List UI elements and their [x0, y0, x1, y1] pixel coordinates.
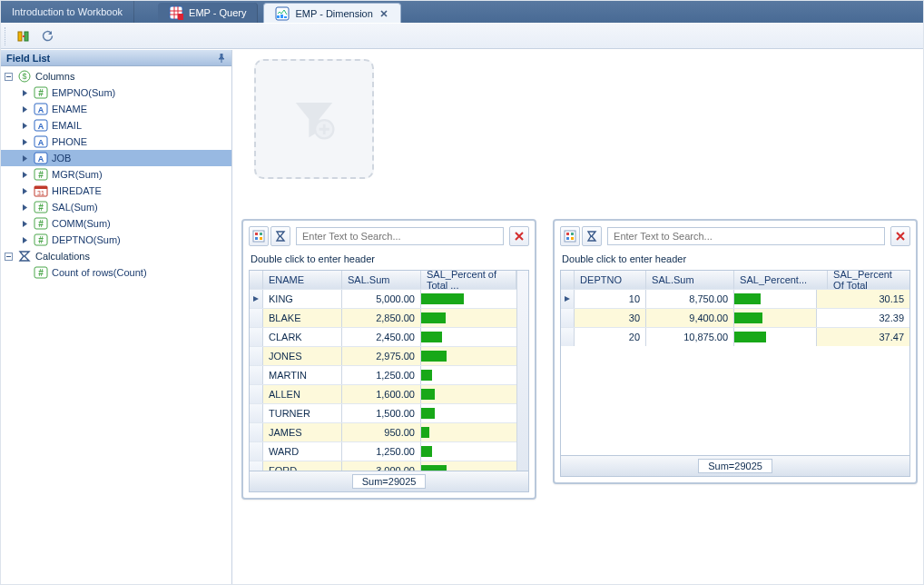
cell-bar	[421, 461, 516, 471]
expand-icon[interactable]	[21, 171, 30, 179]
card-sum-button[interactable]	[582, 226, 602, 246]
date-icon: 31	[34, 183, 48, 198]
rowhead-col	[561, 271, 575, 289]
field-hiredate[interactable]: 31HIREDATE	[1, 183, 231, 199]
cell-ename: MARTIN	[263, 366, 342, 384]
card-emp-header-hint[interactable]: Double click to enter header	[249, 246, 529, 270]
expand-icon[interactable]	[21, 105, 30, 114]
hash-icon: #	[34, 265, 48, 280]
svg-rect-7	[25, 32, 28, 41]
toolbar-grip	[5, 27, 8, 45]
text-icon: A	[34, 102, 48, 116]
cell-bar	[421, 442, 516, 461]
field-mgrsum[interactable]: #MGR(Sum)	[1, 166, 231, 183]
table-row[interactable]: 2010,875.0037.47	[561, 327, 909, 346]
row-indicator	[250, 385, 263, 403]
col-deptno[interactable]: DEPTNO	[575, 271, 646, 289]
table-row[interactable]: BLAKE2,850.00	[250, 308, 516, 327]
expand-icon[interactable]	[21, 187, 30, 195]
expand-icon[interactable]	[5, 253, 14, 261]
field-tree: $ Columns #EMPNO(Sum)AENAMEAEMAILAPHONEA…	[1, 66, 231, 584]
pin-icon[interactable]	[217, 54, 226, 63]
grid-dept-head: DEPTNO SAL.Sum SAL_Percent... SAL_Percen…	[561, 271, 909, 289]
svg-rect-42	[566, 233, 569, 235]
col-salpct[interactable]: SAL_Percent of Total ...	[421, 271, 516, 289]
field-empnosum[interactable]: #EMPNO(Sum)	[1, 84, 231, 101]
content-area: Double click to enter header ENAME SAL.S…	[232, 50, 923, 584]
expand-icon[interactable]	[21, 89, 30, 97]
col-ename[interactable]: ENAME	[263, 271, 342, 289]
table-row[interactable]: WARD1,250.00	[250, 441, 516, 461]
svg-text:A: A	[38, 105, 44, 114]
expand-icon[interactable]	[21, 154, 30, 163]
cell-pct-total: 30.15	[817, 290, 909, 308]
row-indicator	[250, 423, 263, 441]
filter-dropzone[interactable]	[254, 59, 374, 179]
app-root: Introduction to Workbook EMP - Query EMP…	[0, 0, 924, 585]
tab-emp-dimension[interactable]: EMP - Dimension	[263, 3, 400, 23]
field-phone[interactable]: APHONE	[1, 134, 231, 150]
table-row[interactable]: 309,400.0032.39	[561, 308, 909, 327]
col-salpct[interactable]: SAL_Percent...	[734, 271, 828, 289]
table-row[interactable]: FORD3,000.00	[250, 461, 516, 471]
card-dept-header-hint[interactable]: Double click to enter header	[560, 246, 910, 270]
table-row[interactable]: KING5,000.00	[250, 289, 516, 308]
tab-intro[interactable]: Introduction to Workbook	[1, 1, 134, 23]
col-salsum[interactable]: SAL.Sum	[646, 271, 734, 289]
card-config-button[interactable]	[560, 226, 580, 246]
table-row[interactable]: CLARK2,450.00	[250, 327, 516, 346]
cell-ename: KING	[263, 290, 342, 308]
cell-sal: 3,000.00	[342, 461, 421, 471]
dashboard-icon	[275, 6, 290, 21]
svg-rect-6	[18, 32, 22, 41]
expand-icon[interactable]	[5, 73, 14, 81]
grid-dept-footer: Sum=29025	[561, 455, 909, 476]
card-dept-search[interactable]	[607, 227, 885, 245]
field-label: DEPTNO(Sum)	[52, 234, 121, 245]
table-row[interactable]: MARTIN1,250.00	[250, 365, 516, 384]
columns-node[interactable]: $ Columns	[1, 68, 231, 84]
table-row[interactable]: JAMES950.00	[250, 422, 516, 441]
card-emp-search[interactable]	[296, 227, 504, 245]
card-dept-delete[interactable]	[890, 226, 910, 246]
table-row[interactable]: JONES2,975.00	[250, 346, 516, 365]
calc-countofrowscount[interactable]: ·#Count of rows(Count)	[1, 264, 231, 281]
scrollbar[interactable]	[516, 271, 528, 471]
close-tab-button[interactable]	[378, 8, 389, 19]
table-row[interactable]: 108,750.0030.15	[561, 289, 909, 308]
field-deptnosum[interactable]: #DEPTNO(Sum)	[1, 232, 231, 248]
field-email[interactable]: AEMAIL	[1, 117, 231, 134]
field-job[interactable]: AJOB	[1, 150, 231, 166]
refresh-button[interactable]	[37, 26, 57, 46]
hash-icon: #	[34, 85, 48, 100]
cell-bar	[421, 404, 516, 422]
tab-emp-query-label: EMP - Query	[189, 7, 246, 18]
cell-sal: 2,450.00	[342, 328, 421, 346]
field-salsum[interactable]: #SAL(Sum)	[1, 199, 231, 215]
card-sum-button[interactable]	[270, 226, 290, 246]
table-row[interactable]: ALLEN1,600.00	[250, 384, 516, 403]
column-switch-button[interactable]	[14, 26, 34, 46]
expand-icon[interactable]	[21, 236, 30, 244]
cell-bar	[734, 290, 817, 308]
tab-emp-query[interactable]: EMP - Query	[158, 3, 258, 23]
svg-rect-43	[571, 233, 574, 235]
field-commsum[interactable]: #COMM(Sum)	[1, 215, 231, 232]
svg-rect-38	[260, 233, 262, 235]
expand-icon[interactable]	[21, 203, 30, 212]
calculations-node[interactable]: Calculations	[1, 248, 231, 264]
expand-icon[interactable]	[21, 122, 30, 130]
cell-deptno: 20	[575, 328, 646, 346]
row-indicator	[561, 309, 575, 327]
expand-icon[interactable]	[21, 220, 30, 228]
card-emp-delete[interactable]	[509, 226, 529, 246]
col-salpcttot[interactable]: SAL_Percent Of Total	[828, 271, 909, 289]
field-ename[interactable]: AENAME	[1, 101, 231, 117]
text-icon: A	[34, 118, 48, 133]
table-row[interactable]: TURNER1,500.00	[250, 403, 516, 422]
expand-icon[interactable]	[21, 138, 30, 146]
card-config-button[interactable]	[249, 226, 269, 246]
svg-rect-37	[255, 233, 258, 235]
col-salsum[interactable]: SAL.Sum	[342, 271, 421, 289]
grid-icon	[169, 5, 183, 20]
